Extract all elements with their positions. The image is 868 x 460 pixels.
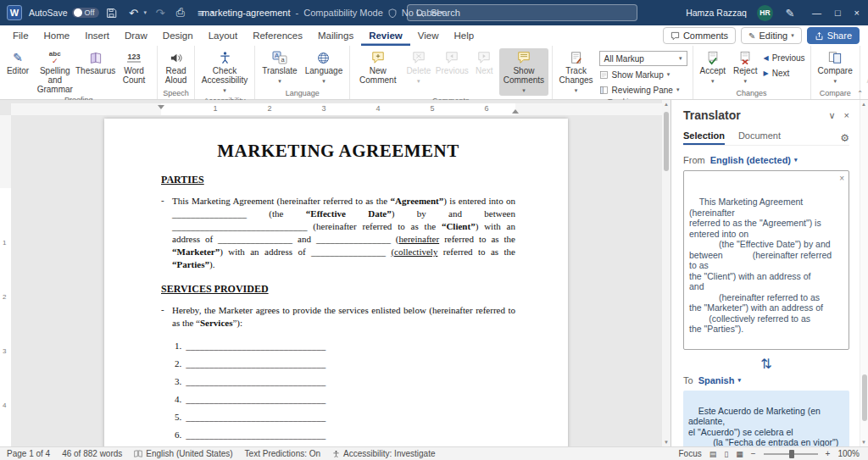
- panel-close-icon[interactable]: ×: [844, 110, 849, 121]
- panel-scroll-up-icon[interactable]: ▲: [860, 100, 868, 108]
- close-button[interactable]: ×: [854, 8, 860, 18]
- translate-button[interactable]: Aa Translate ▾: [259, 48, 301, 86]
- clear-source-icon[interactable]: ×: [839, 174, 844, 185]
- services-paragraph[interactable]: - Hereby, the Marketer agrees to provide…: [161, 304, 515, 330]
- document-canvas[interactable]: 1 2 3 4 5 6 1 2 3 4 MARKETING AGREEMENT …: [0, 100, 670, 446]
- panel-options-icon[interactable]: ∨: [829, 110, 836, 121]
- accept-button[interactable]: Accept ▾: [697, 48, 729, 86]
- zoom-in-icon[interactable]: +: [826, 449, 831, 458]
- show-markup-button[interactable]: Show Markup ▾: [599, 68, 687, 81]
- list-item[interactable]: 5.______________________________: [175, 404, 515, 422]
- scrollbar-thumb[interactable]: [664, 112, 669, 171]
- panel-scrollbar[interactable]: ▲ ▼: [860, 100, 868, 446]
- scroll-down-icon[interactable]: ▼: [662, 438, 670, 446]
- user-name[interactable]: Hamza Razzaq: [686, 8, 747, 18]
- editor-button[interactable]: ✎ Editor: [3, 48, 32, 76]
- tab-layout[interactable]: Layout: [201, 25, 246, 46]
- accessibility-indicator[interactable]: Accessibility: Investigate: [332, 449, 435, 458]
- read-mode-icon[interactable]: ▤: [709, 450, 717, 458]
- show-comments-button[interactable]: Show Comments ▾: [499, 48, 548, 96]
- document-heading[interactable]: MARKETING AGREEMENT: [161, 141, 515, 162]
- pen-mode-icon[interactable]: ✎: [783, 7, 797, 19]
- zoom-level[interactable]: 100%: [837, 449, 860, 458]
- reviewing-pane-button[interactable]: Reviewing Pane ▾: [599, 83, 687, 97]
- compare-button[interactable]: Compare ▾: [815, 48, 856, 86]
- source-text-box[interactable]: × This Marketing Agreement (hereinafter …: [683, 170, 849, 350]
- avatar[interactable]: HR: [757, 5, 773, 21]
- panel-scrollbar-thumb[interactable]: [862, 374, 867, 421]
- track-changes-button[interactable]: Track Changes ▾: [556, 48, 597, 96]
- panel-scroll-down-icon[interactable]: ▼: [860, 438, 868, 446]
- search-box[interactable]: Search: [407, 4, 637, 21]
- undo-dropdown-icon[interactable]: ▾: [143, 9, 147, 16]
- minimize-button[interactable]: —: [812, 8, 821, 18]
- zoom-out-icon[interactable]: −: [751, 449, 756, 458]
- spelling-grammar-button[interactable]: abc✓ Spelling and Grammar: [33, 48, 76, 95]
- titlebar: W AutoSave Off ↶▾ ↷ ⎙ ≡▾ marketing-agree…: [0, 0, 868, 25]
- list-item[interactable]: 7.______________________________: [175, 440, 515, 446]
- markup-dropdown[interactable]: All Markup ▾: [599, 51, 687, 66]
- list-item[interactable]: 2.______________________________: [175, 351, 515, 369]
- tab-selection[interactable]: Selection: [683, 130, 725, 145]
- tab-design[interactable]: Design: [155, 25, 201, 46]
- from-language-dropdown[interactable]: English (detected)▾: [710, 155, 798, 165]
- new-comment-button[interactable]: New Comment: [353, 48, 402, 86]
- document-page[interactable]: MARKETING AGREEMENT PARTIES - This Marke…: [104, 119, 568, 446]
- list-item[interactable]: 3.______________________________: [175, 369, 515, 386]
- tab-insert[interactable]: Insert: [77, 25, 117, 46]
- ribbon-group-compare: Compare ▾ Compare: [811, 46, 860, 99]
- autosave-toggle[interactable]: Off: [72, 8, 100, 18]
- undo-icon[interactable]: ↶: [126, 7, 140, 19]
- next-change-button[interactable]: ▶ Next: [764, 66, 805, 80]
- previous-change-button[interactable]: ◀ Previous: [764, 51, 805, 64]
- check-accessibility-button[interactable]: Check Accessibility ▾: [198, 48, 251, 96]
- swap-languages-icon[interactable]: ⇅: [683, 356, 849, 372]
- word-count-button[interactable]: 123 Word Count: [114, 48, 154, 86]
- language-button[interactable]: Language ▾: [302, 48, 346, 86]
- zoom-slider[interactable]: [764, 453, 818, 455]
- tab-help[interactable]: Help: [447, 25, 482, 46]
- parties-paragraph[interactable]: - This Marketing Agreement (hereinafter …: [161, 195, 515, 271]
- collapse-ribbon-icon[interactable]: ⌃: [857, 90, 863, 97]
- quick-access-icon[interactable]: ⎙: [174, 6, 187, 19]
- list-item[interactable]: 4.______________________________: [175, 386, 515, 404]
- reject-button[interactable]: Reject ▾: [730, 48, 761, 86]
- services-heading[interactable]: SERVICES PROVIDED: [161, 283, 515, 296]
- comments-button[interactable]: Comments: [663, 27, 736, 44]
- read-aloud-button[interactable]: Read Aloud: [161, 48, 191, 86]
- indent-marker-left[interactable]: [158, 105, 164, 109]
- zoom-slider-thumb[interactable]: [789, 450, 794, 458]
- page-indicator[interactable]: Page 1 of 4: [7, 449, 50, 458]
- scroll-up-icon[interactable]: ▲: [662, 100, 670, 108]
- language-indicator[interactable]: English (United States): [134, 449, 232, 458]
- word-count-indicator[interactable]: 46 of 882 words: [62, 449, 122, 458]
- tab-references[interactable]: References: [245, 25, 310, 46]
- list-item[interactable]: 6.______________________________: [175, 422, 515, 440]
- tab-draw[interactable]: Draw: [117, 25, 155, 46]
- restore-button[interactable]: □: [835, 8, 841, 18]
- save-icon[interactable]: [106, 8, 120, 19]
- editing-mode-button[interactable]: ✎ Editing ▾: [741, 27, 802, 44]
- tab-review[interactable]: Review: [361, 25, 410, 46]
- tab-mailings[interactable]: Mailings: [310, 25, 361, 46]
- tab-document[interactable]: Document: [738, 130, 781, 145]
- source-text: This Marketing Agreement (hereinafter re…: [689, 197, 836, 334]
- tab-view[interactable]: View: [410, 25, 447, 46]
- list-item[interactable]: 1.______________________________: [175, 333, 515, 351]
- web-layout-icon[interactable]: ▦: [736, 450, 743, 458]
- document-scrollbar[interactable]: ▲ ▼: [662, 100, 670, 446]
- to-language-dropdown[interactable]: Spanish▾: [698, 375, 741, 385]
- thesaurus-button[interactable]: Thesaurus: [77, 48, 113, 76]
- focus-button[interactable]: Focus: [679, 449, 702, 458]
- translated-text-box[interactable]: Este Acuerdo de Marketing (en adelante, …: [683, 391, 849, 446]
- print-layout-icon[interactable]: ▯: [724, 450, 728, 458]
- translator-settings-icon[interactable]: ⚙: [840, 132, 849, 144]
- parties-heading[interactable]: PARTIES: [161, 174, 515, 186]
- text-predictions-indicator[interactable]: Text Predictions: On: [245, 449, 320, 458]
- share-button[interactable]: Share: [807, 27, 860, 44]
- autosave-control[interactable]: AutoSave Off: [29, 8, 99, 18]
- tab-home[interactable]: Home: [36, 25, 78, 46]
- tab-file[interactable]: File: [5, 25, 36, 46]
- word-logo-icon[interactable]: W: [7, 5, 22, 20]
- indent-marker-right[interactable]: [512, 109, 519, 114]
